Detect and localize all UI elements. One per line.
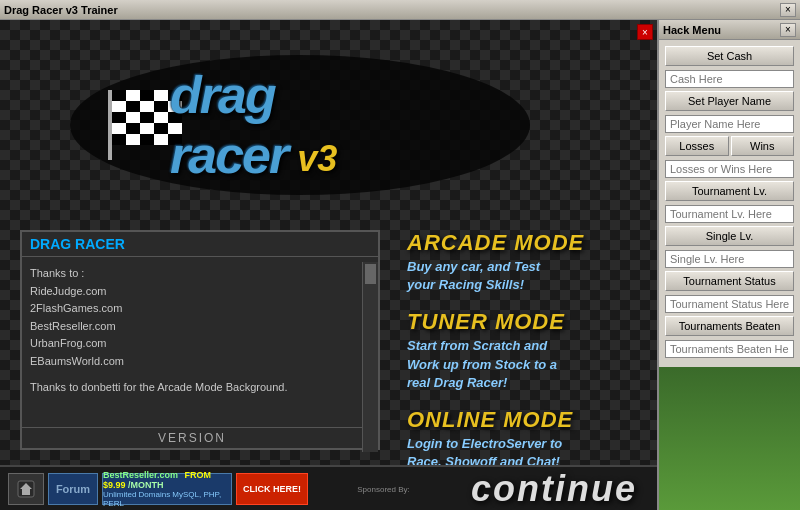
- info-box-title: DRAG RACER: [22, 232, 378, 257]
- info-line-2: RideJudge.com: [30, 283, 370, 301]
- svg-rect-15: [154, 112, 168, 123]
- svg-rect-2: [112, 90, 126, 101]
- tournaments-beaten-input[interactable]: [665, 340, 794, 358]
- svg-rect-3: [126, 90, 140, 101]
- logo-area: drag racer v3: [50, 40, 550, 210]
- home-icon-button[interactable]: [8, 473, 44, 505]
- svg-rect-25: [154, 134, 168, 145]
- sponsor-price: $9.99: [103, 480, 126, 490]
- tuner-mode-desc: Start from Scratch andWork up from Stock…: [407, 337, 637, 392]
- info-box: DRAG RACER Thanks to : RideJudge.com 2Fl…: [20, 230, 380, 450]
- game-panel: ×: [0, 20, 657, 510]
- info-scrollbar[interactable]: [362, 262, 378, 452]
- forum-label: Forum: [56, 483, 90, 495]
- svg-rect-7: [112, 101, 126, 112]
- version-label: version: [22, 427, 362, 448]
- info-line-4: BestReseller.com: [30, 318, 370, 336]
- logo-v3: v3: [297, 138, 337, 180]
- info-line-5: UrbanFrog.com: [30, 335, 370, 353]
- svg-rect-4: [140, 90, 154, 101]
- cash-input[interactable]: [665, 70, 794, 88]
- info-line-6: EBaumsWorld.com: [30, 353, 370, 371]
- svg-rect-14: [140, 112, 154, 123]
- svg-rect-13: [126, 112, 140, 123]
- losses-wins-row: Losses Wins: [665, 136, 794, 156]
- sponsor-from: FROM: [185, 470, 212, 480]
- window-close-button[interactable]: ×: [780, 3, 796, 17]
- logo-text: drag racer v3: [170, 65, 287, 185]
- tournament-status-button[interactable]: Tournament Status: [665, 271, 794, 291]
- online-mode-title: OnLiNe MoDe: [407, 407, 637, 433]
- game-modes: aRCaDe MoDe Buy any car, and Testyour Ra…: [407, 230, 637, 486]
- single-lv-input[interactable]: [665, 250, 794, 268]
- svg-rect-9: [140, 101, 154, 112]
- tournament-status-input[interactable]: [665, 295, 794, 313]
- svg-rect-10: [154, 101, 168, 112]
- set-player-name-button[interactable]: Set Player Name: [665, 91, 794, 111]
- svg-rect-12: [112, 112, 126, 123]
- tournament-lv-button[interactable]: Tournament Lv.: [665, 181, 794, 201]
- grass-area: [659, 367, 800, 510]
- bottom-spacer: Sponsored By:: [316, 483, 451, 494]
- svg-rect-22: [112, 134, 126, 145]
- hack-panel: Hack Menu × Set Cash Set Player Name Los…: [657, 20, 800, 510]
- window-title: Drag Racer v3 Trainer: [4, 4, 118, 16]
- forum-button[interactable]: Forum: [48, 473, 98, 505]
- player-name-input[interactable]: [665, 115, 794, 133]
- svg-rect-20: [154, 123, 168, 134]
- svg-rect-17: [112, 123, 126, 134]
- click-here-button[interactable]: CLICK HERE!: [236, 473, 308, 505]
- logo-racer: racer: [170, 126, 287, 184]
- tournaments-beaten-button[interactable]: Tournaments Beaten: [665, 316, 794, 336]
- hack-content: Set Cash Set Player Name Losses Wins Tou…: [659, 40, 800, 510]
- arcade-mode-desc: Buy any car, and Testyour Racing Skills!: [407, 258, 637, 294]
- tuner-mode-title: TuNeR MoDe: [407, 309, 637, 335]
- wins-button[interactable]: Wins: [731, 136, 795, 156]
- info-box-content[interactable]: Thanks to : RideJudge.com 2FlashGames.co…: [22, 257, 378, 427]
- sponsored-by: Sponsored By:: [316, 485, 451, 494]
- svg-rect-8: [126, 101, 140, 112]
- bottom-bar: Forum BestReseller.com FROM $9.99 /MONTH…: [0, 465, 657, 510]
- continue-button[interactable]: continue: [451, 468, 657, 510]
- hack-title-bar: Hack Menu ×: [659, 20, 800, 40]
- svg-rect-5: [154, 90, 168, 101]
- sponsor-subtitle: Unlimited Domains MySQL, PHP, PERL: [103, 490, 231, 508]
- info-line-1: Thanks to :: [30, 265, 370, 283]
- losses-wins-input[interactable]: [665, 160, 794, 178]
- losses-button[interactable]: Losses: [665, 136, 729, 156]
- hack-menu-title: Hack Menu: [663, 24, 721, 36]
- info-line-8: Thanks to donbetti for the Arcade Mode B…: [30, 379, 370, 397]
- sponsor-subtitle-row: Unlimited Domains MySQL, PHP, PERL: [103, 490, 231, 508]
- svg-rect-0: [108, 90, 112, 160]
- title-bar: Drag Racer v3 Trainer ×: [0, 0, 800, 20]
- sponsor-banner[interactable]: BestReseller.com FROM $9.99 /MONTH Unlim…: [102, 473, 232, 505]
- set-cash-button[interactable]: Set Cash: [665, 46, 794, 66]
- arcade-mode-title: aRCaDe MoDe: [407, 230, 637, 256]
- info-line-3: 2FlashGames.com: [30, 300, 370, 318]
- single-lv-button[interactable]: Single Lv.: [665, 226, 794, 246]
- svg-rect-18: [126, 123, 140, 134]
- svg-rect-24: [140, 134, 154, 145]
- main-container: ×: [0, 20, 800, 510]
- tournament-lv-input[interactable]: [665, 205, 794, 223]
- svg-rect-19: [140, 123, 154, 134]
- game-close-button[interactable]: ×: [637, 24, 653, 40]
- svg-rect-23: [126, 134, 140, 145]
- sponsor-period: /MONTH: [128, 480, 164, 490]
- bottom-icons: Forum BestReseller.com FROM $9.99 /MONTH…: [0, 473, 316, 505]
- sponsor-text: BestReseller.com FROM $9.99 /MONTH: [103, 470, 231, 490]
- hack-close-button[interactable]: ×: [780, 23, 796, 37]
- logo-drag: drag: [170, 65, 287, 125]
